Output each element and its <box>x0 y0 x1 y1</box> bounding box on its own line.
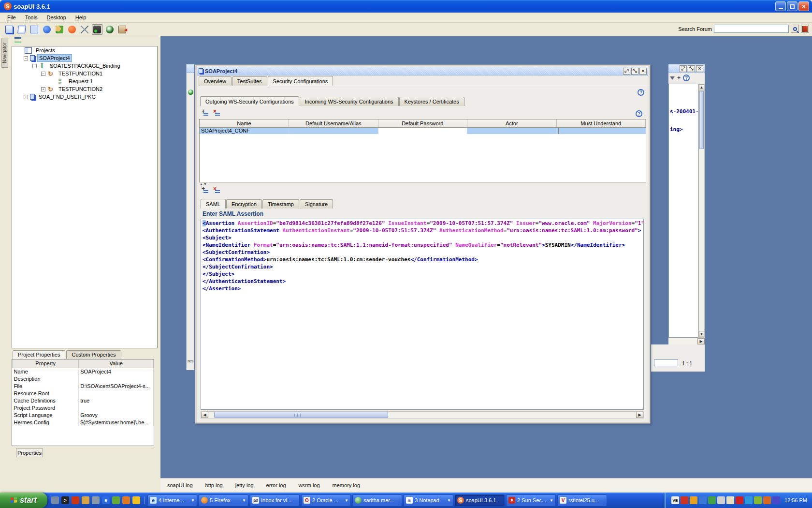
config-username-cell[interactable] <box>289 127 378 134</box>
security-config-tab[interactable]: Incoming WS-Security Configurations <box>300 97 399 106</box>
properties-tab[interactable]: Custom Properties <box>66 350 121 359</box>
property-row[interactable]: Project Password <box>13 404 154 411</box>
help-icon[interactable]: ? <box>638 89 644 96</box>
property-row[interactable]: Name SOAProject4 <box>13 368 154 375</box>
help-icon[interactable] <box>42 24 52 35</box>
tree-expander[interactable]: − <box>32 64 37 68</box>
tray-icon[interactable] <box>681 496 688 504</box>
quick-launch-icon[interactable] <box>122 496 130 504</box>
soapui-home-icon[interactable] <box>67 24 77 35</box>
property-value[interactable] <box>79 404 154 411</box>
quick-launch-icon[interactable] <box>51 496 59 504</box>
property-value[interactable]: D:\SOA\cert\SOAProject4-s... <box>79 382 154 389</box>
bg-zoom-input[interactable] <box>654 359 678 366</box>
tree-item[interactable]: − SOAProject4 <box>12 54 157 62</box>
property-value[interactable] <box>79 375 154 382</box>
frame-restore-button[interactable] <box>623 68 630 75</box>
property-value[interactable] <box>79 389 154 397</box>
project-tab[interactable]: TestSuites <box>232 76 267 86</box>
task-button[interactable]: rstintel25.u... ▼ <box>557 494 607 507</box>
tray-icon[interactable] <box>690 496 697 504</box>
wss-entry-tab[interactable]: Encryption <box>226 199 262 209</box>
quick-launch-icon[interactable] <box>82 496 89 504</box>
background-xml-view[interactable]: s-200401-wss-ws ing> <box>668 84 698 338</box>
config-column-header[interactable]: Actor <box>467 120 557 127</box>
background-window-right-edge[interactable]: ✕ + ? s-200401-wss-ws ing> ▲ ▼ ▶ <box>668 64 705 344</box>
security-config-tab[interactable]: Outgoing WS-Security Configurations <box>200 96 299 106</box>
log-tab[interactable]: memory log <box>333 482 360 488</box>
bg-vertical-scrollbar[interactable]: ▲ ▼ <box>698 84 705 338</box>
frame-maximize-button[interactable] <box>631 68 638 75</box>
log-tab[interactable]: jetty log <box>235 482 254 488</box>
add-entry-button[interactable]: + <box>202 187 209 194</box>
forum-book-button[interactable] <box>801 25 809 33</box>
config-name-cell[interactable]: SOAProject4_CONF <box>200 127 289 134</box>
quick-launch-icon[interactable]: > <box>61 496 69 504</box>
scroll-right-icon[interactable]: ▶ <box>636 412 643 418</box>
task-button[interactable]: soapUI 3.6.1 ▼ <box>455 494 505 507</box>
property-value[interactable]: true <box>79 397 154 404</box>
menu-item[interactable]: Desktop <box>42 13 71 22</box>
config-password-cell[interactable] <box>378 127 467 134</box>
property-row[interactable]: Script Language Groovy <box>13 411 154 418</box>
property-row[interactable]: Description <box>13 375 154 382</box>
tray-icon[interactable] <box>745 496 753 504</box>
search-forum-button[interactable] <box>791 25 799 33</box>
tray-icon[interactable] <box>763 496 771 504</box>
tray-icon[interactable] <box>754 496 762 504</box>
tree-expander[interactable]: + <box>24 95 28 99</box>
add-icon[interactable]: + <box>677 75 681 81</box>
scroll-up-icon[interactable]: ▲ <box>699 84 704 90</box>
quick-launch-icon[interactable] <box>92 496 100 504</box>
minimize-button[interactable] <box>775 1 786 11</box>
close-button[interactable]: ✕ <box>798 1 809 11</box>
editor-horizontal-scrollbar[interactable]: ◀ ▶ <box>201 411 644 418</box>
config-actor-cell[interactable] <box>467 127 557 134</box>
config-mustunderstand-cell[interactable] <box>556 127 646 134</box>
tree-expander[interactable]: − <box>41 72 45 76</box>
preferences-icon[interactable] <box>54 24 65 35</box>
tree-item[interactable]: + SOA_FND_USER_PKG <box>12 93 157 101</box>
config-row[interactable]: SOAProject4_CONF <box>200 127 646 134</box>
navigator-options-icon[interactable] <box>14 37 21 43</box>
exit-icon[interactable] <box>117 24 128 35</box>
menu-item[interactable]: Help <box>71 13 91 22</box>
copy-icon[interactable] <box>29 24 40 35</box>
wss-entry-tab[interactable]: SAML <box>201 199 226 209</box>
quick-launch-icon[interactable] <box>72 496 79 504</box>
tray-icon[interactable]: VE <box>671 496 679 504</box>
tray-icon[interactable] <box>708 496 716 504</box>
property-value[interactable]: SOAProject4 <box>79 368 154 375</box>
start-button[interactable]: start <box>0 493 47 508</box>
task-button[interactable]: Inbox for vi... ▼ <box>250 494 300 507</box>
import-workspace-icon[interactable] <box>16 24 27 35</box>
project-tab[interactable]: Security Configurations <box>268 76 334 86</box>
tray-icon[interactable] <box>699 496 707 504</box>
bg-maximize-button[interactable] <box>688 65 695 72</box>
config-column-header[interactable]: Name <box>200 120 289 127</box>
saml-assertion-editor[interactable]: <Assertion AssertionID="be7d9814c36381c2… <box>201 219 644 410</box>
menu-item[interactable]: Tools <box>21 13 43 22</box>
quick-launch-icon[interactable] <box>112 496 120 504</box>
tree-item[interactable]: Request 1 <box>12 77 157 85</box>
launch-browser-icon[interactable] <box>104 24 115 35</box>
search-forum-input[interactable] <box>714 25 789 33</box>
config-column-header[interactable]: Default Username/Alias <box>289 120 378 127</box>
new-workspace-icon[interactable] <box>4 24 14 35</box>
properties-bottom-button[interactable]: Properties <box>16 448 43 457</box>
maximize-button[interactable] <box>787 1 798 11</box>
bg-help-icon[interactable]: ? <box>683 75 690 81</box>
remove-entry-button[interactable]: × <box>213 187 221 194</box>
tools-icon[interactable] <box>79 24 90 35</box>
security-config-tab[interactable]: Keystores / Certificates <box>399 97 464 106</box>
log-tab[interactable]: soapUI log <box>167 482 193 488</box>
property-row[interactable]: Cache Definitions true <box>13 397 154 404</box>
add-config-button[interactable]: + <box>202 109 209 117</box>
log-tab[interactable]: http log <box>205 482 223 488</box>
remove-config-button[interactable]: × <box>213 109 221 117</box>
task-button[interactable]: 5 Firefox ▼ <box>199 494 248 507</box>
property-row[interactable]: Resource Root <box>13 389 154 397</box>
bg-restore-button[interactable] <box>680 65 687 72</box>
config-column-header[interactable]: Default Password <box>378 120 467 127</box>
wss-entry-tab[interactable]: Timestamp <box>262 199 299 209</box>
